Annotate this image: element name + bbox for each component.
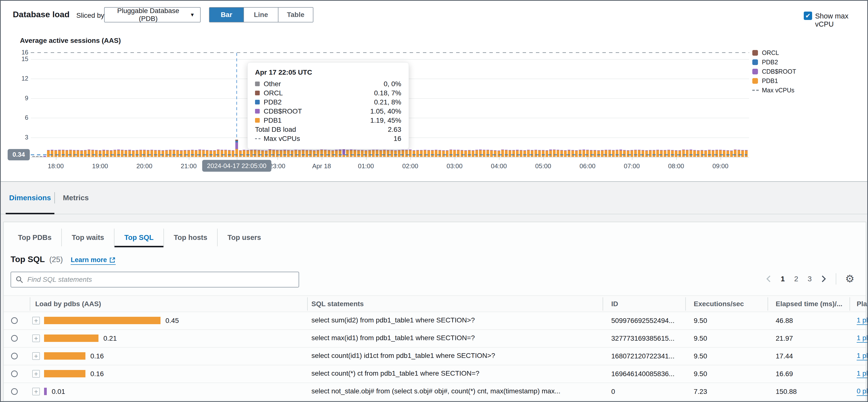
expand-row-button[interactable]: + [32, 370, 40, 378]
chart-bar-segment[interactable] [660, 150, 663, 157]
chart-bar-segment[interactable] [656, 150, 659, 150]
chart-bar-segment[interactable] [69, 150, 72, 150]
chart-bar-segment[interactable] [158, 150, 160, 157]
chart-bar-segment[interactable] [523, 150, 526, 151]
chart-bar-segment[interactable] [361, 150, 364, 150]
tab-metrics[interactable]: Metrics [55, 191, 97, 205]
chart-bar-segment[interactable] [213, 150, 216, 157]
chart-bar-segment[interactable] [269, 150, 271, 157]
chart-bar-segment[interactable] [424, 150, 426, 150]
chart-bar-segment[interactable] [475, 150, 478, 157]
chart-bar-segment[interactable] [202, 150, 205, 150]
legend-item-orcl[interactable]: ORCL [752, 48, 779, 57]
chart-bar-segment[interactable] [117, 150, 120, 157]
legend-item-pdb2[interactable]: PDB2 [752, 57, 778, 67]
chart-bar-segment[interactable] [36, 156, 39, 157]
chart-bar-segment[interactable] [571, 150, 574, 150]
chart-bar-segment[interactable] [427, 150, 430, 157]
chart-bar-segment[interactable] [619, 150, 622, 157]
chart-bar-segment[interactable] [693, 150, 696, 157]
chart-bar-segment[interactable] [431, 150, 434, 157]
chart-bar-segment[interactable] [331, 150, 334, 157]
chart-bar-segment[interactable] [257, 150, 260, 150]
chart-bar-segment[interactable] [701, 150, 703, 150]
chart-bar-segment[interactable] [184, 150, 186, 150]
chart-bar-segment[interactable] [165, 150, 168, 150]
chart-bar-segment[interactable] [317, 150, 319, 150]
subtab-top-hosts[interactable]: Top hosts [164, 229, 218, 246]
chart-bar-segment[interactable] [623, 150, 626, 157]
chart-bar-segment[interactable] [243, 150, 245, 157]
chart-bar-segment[interactable] [350, 150, 352, 157]
chart-bar-segment[interactable] [91, 150, 94, 150]
chart-bar-segment[interactable] [405, 150, 408, 150]
chart-bar-segment[interactable] [328, 150, 330, 157]
chart-bar-segment[interactable] [402, 150, 404, 150]
chart-bar-segment[interactable] [701, 150, 703, 157]
chart-bar-segment[interactable] [280, 150, 282, 150]
chart-bar-segment[interactable] [623, 150, 626, 150]
chart-bar-segment[interactable] [154, 150, 157, 157]
chart-bar-segment[interactable] [686, 150, 688, 157]
chart-bar-segment[interactable] [616, 150, 618, 150]
chart-bar-segment[interactable] [409, 149, 412, 150]
chart-bar-segment[interactable] [276, 150, 279, 157]
chart-bar-segment[interactable] [531, 150, 533, 157]
chart-bar-segment[interactable] [745, 150, 748, 157]
chart-bar-segment[interactable] [198, 150, 201, 157]
chart-bar-segment[interactable] [291, 150, 293, 157]
chart-bar-segment[interactable] [391, 150, 393, 157]
chart-bar-segment[interactable] [671, 150, 674, 150]
chart-bar-segment[interactable] [106, 150, 109, 157]
chart-bar-segment[interactable] [125, 150, 127, 157]
chart-bar-segment[interactable] [453, 150, 456, 157]
chart-bar-segment[interactable] [627, 150, 629, 157]
chart-bar-segment[interactable] [616, 150, 618, 157]
chart-bar-segment[interactable] [309, 150, 312, 157]
chart-bar-segment[interactable] [557, 150, 559, 150]
chart-bar-segment[interactable] [523, 150, 526, 157]
chart-bar-segment[interactable] [442, 150, 445, 157]
chart-bar-segment[interactable] [187, 150, 190, 157]
chart-bar-segment[interactable] [99, 150, 101, 157]
chart-bar-segment[interactable] [154, 150, 157, 150]
chart-bar-segment[interactable] [294, 150, 297, 150]
chart-bar-segment[interactable] [246, 150, 249, 150]
chart-bar-segment[interactable] [678, 150, 681, 151]
chart-bar-segment[interactable] [140, 150, 142, 150]
chart-bar-segment[interactable] [479, 149, 482, 150]
chart-bar-segment[interactable] [715, 150, 718, 157]
chart-bar-segment[interactable] [409, 150, 412, 157]
chart-bar-segment[interactable] [95, 150, 98, 150]
chart-bar-segment[interactable] [76, 150, 79, 157]
chart-bar-segment[interactable] [645, 150, 648, 157]
chart-bar-segment[interactable] [302, 150, 305, 157]
chart-bar-segment[interactable] [553, 149, 556, 150]
chart-bar-segment[interactable] [512, 150, 515, 150]
chart-bar-segment[interactable] [715, 150, 718, 150]
chart-bar-segment[interactable] [586, 150, 589, 157]
chart-bar-segment[interactable] [283, 150, 286, 150]
chart-bar-segment[interactable] [494, 150, 497, 157]
chart-bar-segment[interactable] [634, 150, 637, 157]
chart-bar-segment[interactable] [84, 150, 87, 157]
chart-bar-segment[interactable] [328, 150, 330, 150]
chart-bar-segment[interactable] [246, 150, 249, 157]
chart-bar-segment[interactable] [324, 150, 327, 150]
chart-bar-segment[interactable] [136, 150, 138, 157]
chart-bar-segment[interactable] [726, 150, 729, 151]
chart-bar-segment[interactable] [464, 150, 467, 151]
chart-bar-segment[interactable] [198, 149, 201, 150]
chart-bar-segment[interactable] [660, 150, 663, 150]
page-3-button[interactable]: 3 [808, 275, 812, 283]
chart-bar-segment[interactable] [531, 150, 533, 150]
chart-bar-segment[interactable] [272, 150, 275, 150]
tab-dimensions[interactable]: Dimensions [6, 191, 54, 205]
chart-bar-segment[interactable] [501, 150, 504, 157]
chart-bar-segment[interactable] [668, 150, 670, 150]
chart-bar-segment[interactable] [450, 150, 452, 157]
chart-bar-segment[interactable] [738, 150, 740, 150]
chart-bar-segment[interactable] [43, 156, 46, 157]
chart-bar-segment[interactable] [568, 150, 570, 157]
chart-bar-segment[interactable] [383, 150, 386, 150]
